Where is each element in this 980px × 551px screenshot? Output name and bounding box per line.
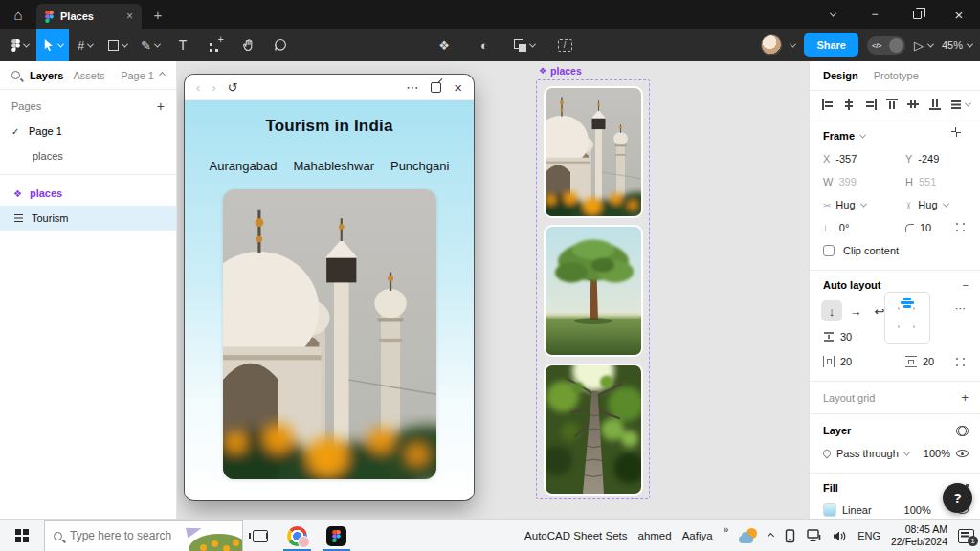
reload-icon[interactable]: ↺	[228, 80, 238, 95]
forward-icon[interactable]: ›	[212, 80, 215, 95]
layer-opacity-value[interactable]: 100%	[924, 448, 950, 459]
align-vertical-center-icon[interactable]	[906, 98, 920, 111]
nav-item[interactable]: Punchgani	[390, 159, 449, 173]
auto-layout-more-button[interactable]: ⋯	[955, 302, 966, 315]
action-center-icon[interactable]: 1	[958, 529, 974, 543]
nav-item[interactable]: Aurangabad	[210, 159, 278, 173]
chrome-taskbar-button[interactable]	[278, 520, 317, 551]
tab-close-icon[interactable]: ×	[126, 10, 133, 23]
clip-content-checkbox[interactable]	[823, 245, 835, 256]
hidden-icons-chevron[interactable]	[768, 532, 774, 539]
taskbar-window-title[interactable]: ahmed	[637, 530, 671, 541]
your-phone-icon[interactable]	[784, 529, 796, 543]
taskbar-search[interactable]	[44, 520, 243, 551]
rotation-field[interactable]: ∟ 0°	[823, 222, 849, 233]
layer-item-tourism[interactable]: Tourism	[0, 206, 176, 231]
search-icon[interactable]	[11, 71, 20, 79]
search-input[interactable]	[70, 529, 175, 542]
text-tool-button[interactable]: T	[167, 29, 199, 61]
hand-tool-button[interactable]	[232, 29, 264, 61]
height-field[interactable]: H 551	[905, 176, 936, 187]
direction-vertical-button[interactable]: ↓	[821, 300, 842, 321]
boolean-groups-button[interactable]	[508, 29, 541, 61]
add-page-button[interactable]: +	[157, 99, 165, 114]
window-menu-button[interactable]	[812, 0, 854, 29]
create-component-button[interactable]: ❖	[428, 29, 460, 61]
zoom-menu[interactable]: 45%	[942, 39, 972, 51]
component-frame[interactable]	[536, 79, 650, 499]
move-tool-button[interactable]	[36, 29, 69, 61]
avatar[interactable]	[761, 34, 782, 55]
component-frame-label[interactable]: ❖ places	[539, 65, 582, 77]
auto-layout-alignment-box[interactable]	[884, 292, 930, 344]
pen-tool-button[interactable]: ✎	[134, 29, 167, 61]
image-card-trunk[interactable]	[544, 364, 643, 496]
page-item[interactable]: places	[0, 143, 176, 168]
frame-header[interactable]: Frame	[823, 130, 865, 142]
close-button[interactable]: ×	[938, 0, 980, 29]
x-field[interactable]: X -357	[823, 153, 857, 165]
chevron-down-icon[interactable]	[790, 40, 796, 47]
minimize-button[interactable]: −	[854, 0, 896, 29]
align-horizontal-center-icon[interactable]	[842, 98, 856, 111]
comment-tool-button[interactable]	[264, 29, 297, 61]
remove-auto-layout-button[interactable]: −	[963, 279, 969, 291]
blend-mode-value[interactable]: Pass through	[836, 448, 899, 459]
blend-mode-icon[interactable]	[956, 426, 969, 435]
start-button[interactable]	[0, 520, 44, 551]
nav-item[interactable]: Mahableshwar	[293, 159, 374, 173]
resources-tool-button[interactable]	[199, 29, 232, 61]
fill-type-value[interactable]: Linear	[842, 504, 872, 516]
restore-button[interactable]	[896, 0, 938, 29]
direction-horizontal-button[interactable]: →	[845, 300, 866, 321]
align-right-icon[interactable]	[864, 98, 878, 111]
page-item[interactable]: ✓ Page 1	[0, 119, 176, 143]
network-icon[interactable]	[807, 529, 822, 542]
align-top-icon[interactable]	[885, 98, 899, 111]
vertical-sizing-dropdown[interactable]: >< Hug	[905, 199, 948, 210]
present-button[interactable]: ▷	[914, 38, 933, 53]
frame-tool-button[interactable]: #	[69, 29, 101, 61]
shape-tool-button[interactable]	[101, 29, 134, 61]
add-layout-grid-button[interactable]: +	[961, 390, 969, 405]
tab-prototype[interactable]: Prototype	[874, 70, 919, 81]
layer-visibility-icon[interactable]	[956, 450, 969, 457]
help-button[interactable]: ?	[943, 483, 972, 513]
file-tab[interactable]: Places ×	[36, 4, 142, 29]
back-icon[interactable]: ‹	[196, 80, 200, 95]
page-selector[interactable]: Page 1	[121, 70, 165, 81]
fill-opacity-value[interactable]: 100%	[904, 504, 931, 516]
task-view-button[interactable]	[243, 520, 278, 551]
ready-for-dev-button[interactable]: /	[548, 29, 581, 61]
weather-icon[interactable]	[739, 527, 758, 544]
open-in-window-icon[interactable]	[431, 82, 441, 93]
layer-item-places[interactable]: ❖ places	[0, 181, 176, 206]
align-bottom-icon[interactable]	[928, 98, 942, 111]
home-button[interactable]: ⌂	[0, 0, 36, 29]
taskbar-window-title[interactable]: AutoCAD Sheet Sets	[524, 530, 627, 541]
width-field[interactable]: W 399	[823, 176, 857, 187]
volume-icon[interactable]	[833, 530, 847, 542]
horizontal-sizing-dropdown[interactable]: >< Hug	[823, 199, 866, 210]
corner-radius-field[interactable]: 10	[905, 222, 931, 233]
distribute-menu[interactable]	[949, 98, 970, 111]
vertical-padding-field[interactable]: 20	[905, 356, 934, 367]
share-button[interactable]: Share	[804, 33, 858, 57]
language-indicator[interactable]: ENG	[858, 530, 880, 541]
main-menu-button[interactable]	[4, 29, 36, 61]
taskbar-clock[interactable]: 08:45 AM 22/Feb/2024	[891, 523, 947, 548]
dev-mode-toggle[interactable]: </>	[867, 36, 905, 55]
clip-content-row[interactable]: Clip content	[823, 245, 899, 256]
more-icon[interactable]: ⋯	[406, 80, 418, 95]
tab-design[interactable]: Design	[823, 70, 858, 81]
tab-assets[interactable]: Assets	[73, 70, 104, 81]
taskbar-window-title[interactable]: Aafiya	[682, 530, 713, 541]
figma-taskbar-button[interactable]	[317, 520, 356, 551]
align-left-icon[interactable]	[821, 98, 835, 111]
fill-swatch[interactable]	[823, 503, 836, 517]
image-card-mosque[interactable]	[544, 86, 643, 218]
horizontal-padding-field[interactable]: 20	[823, 356, 852, 367]
new-tab-button[interactable]: +	[142, 0, 174, 29]
close-icon[interactable]: ×	[454, 79, 462, 96]
tab-layers[interactable]: Layers	[30, 70, 63, 81]
